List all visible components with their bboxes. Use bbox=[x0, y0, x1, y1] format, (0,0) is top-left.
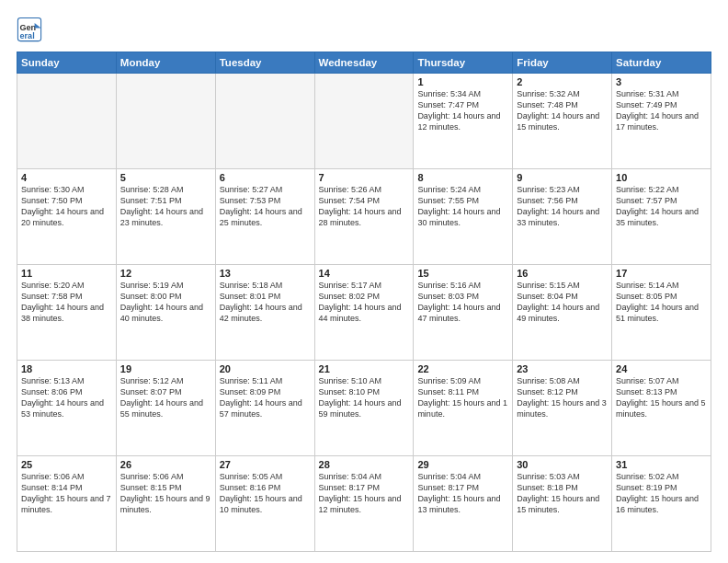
day-info: Sunrise: 5:28 AM Sunset: 7:51 PM Dayligh… bbox=[120, 184, 211, 229]
calendar-cell: 10Sunrise: 5:22 AM Sunset: 7:57 PM Dayli… bbox=[612, 169, 711, 265]
day-number: 12 bbox=[120, 268, 211, 279]
day-number: 4 bbox=[21, 172, 112, 183]
calendar-cell: 29Sunrise: 5:04 AM Sunset: 8:17 PM Dayli… bbox=[414, 456, 513, 552]
weekday-header: Friday bbox=[513, 52, 612, 74]
calendar-cell: 15Sunrise: 5:16 AM Sunset: 8:03 PM Dayli… bbox=[414, 265, 513, 361]
day-number: 14 bbox=[319, 268, 410, 279]
calendar-cell: 24Sunrise: 5:07 AM Sunset: 8:13 PM Dayli… bbox=[612, 361, 711, 456]
calendar-cell: 26Sunrise: 5:06 AM Sunset: 8:15 PM Dayli… bbox=[116, 456, 215, 552]
day-number: 17 bbox=[616, 268, 707, 279]
day-number: 7 bbox=[319, 172, 410, 183]
weekday-header: Monday bbox=[116, 52, 215, 74]
calendar-cell: 9Sunrise: 5:23 AM Sunset: 7:56 PM Daylig… bbox=[513, 169, 612, 265]
calendar-cell: 28Sunrise: 5:04 AM Sunset: 8:17 PM Dayli… bbox=[314, 456, 414, 552]
day-number: 16 bbox=[517, 268, 608, 279]
calendar-cell bbox=[17, 74, 117, 169]
day-info: Sunrise: 5:04 AM Sunset: 8:17 PM Dayligh… bbox=[417, 471, 508, 516]
day-number: 18 bbox=[21, 363, 112, 374]
day-number: 3 bbox=[616, 76, 707, 87]
day-info: Sunrise: 5:27 AM Sunset: 7:53 PM Dayligh… bbox=[220, 184, 311, 229]
calendar-cell: 25Sunrise: 5:06 AM Sunset: 8:14 PM Dayli… bbox=[17, 456, 117, 552]
day-info: Sunrise: 5:19 AM Sunset: 8:00 PM Dayligh… bbox=[120, 280, 211, 325]
day-info: Sunrise: 5:16 AM Sunset: 8:03 PM Dayligh… bbox=[417, 280, 508, 325]
calendar-cell: 6Sunrise: 5:27 AM Sunset: 7:53 PM Daylig… bbox=[215, 169, 314, 265]
day-info: Sunrise: 5:23 AM Sunset: 7:56 PM Dayligh… bbox=[517, 184, 608, 229]
header: Gen eral bbox=[17, 17, 711, 42]
calendar-cell: 20Sunrise: 5:11 AM Sunset: 8:09 PM Dayli… bbox=[215, 361, 314, 456]
day-info: Sunrise: 5:30 AM Sunset: 7:50 PM Dayligh… bbox=[21, 184, 112, 229]
day-info: Sunrise: 5:17 AM Sunset: 8:02 PM Dayligh… bbox=[319, 280, 410, 325]
day-number: 27 bbox=[220, 459, 311, 470]
day-number: 29 bbox=[417, 459, 508, 470]
day-number: 21 bbox=[319, 363, 410, 374]
calendar-cell: 3Sunrise: 5:31 AM Sunset: 7:49 PM Daylig… bbox=[612, 74, 711, 169]
calendar-cell: 27Sunrise: 5:05 AM Sunset: 8:16 PM Dayli… bbox=[215, 456, 314, 552]
calendar-cell: 31Sunrise: 5:02 AM Sunset: 8:19 PM Dayli… bbox=[612, 456, 711, 552]
day-info: Sunrise: 5:07 AM Sunset: 8:13 PM Dayligh… bbox=[616, 375, 707, 420]
day-number: 19 bbox=[120, 363, 211, 374]
day-info: Sunrise: 5:22 AM Sunset: 7:57 PM Dayligh… bbox=[616, 184, 707, 229]
day-number: 6 bbox=[220, 172, 311, 183]
day-info: Sunrise: 5:20 AM Sunset: 7:58 PM Dayligh… bbox=[21, 280, 112, 325]
calendar-cell: 1Sunrise: 5:34 AM Sunset: 7:47 PM Daylig… bbox=[414, 74, 513, 169]
day-info: Sunrise: 5:03 AM Sunset: 8:18 PM Dayligh… bbox=[517, 471, 608, 516]
day-number: 2 bbox=[517, 76, 608, 87]
calendar-cell: 4Sunrise: 5:30 AM Sunset: 7:50 PM Daylig… bbox=[17, 169, 117, 265]
weekday-header: Thursday bbox=[414, 52, 513, 74]
day-info: Sunrise: 5:18 AM Sunset: 8:01 PM Dayligh… bbox=[220, 280, 311, 325]
day-number: 24 bbox=[616, 363, 707, 374]
day-number: 22 bbox=[417, 363, 508, 374]
day-number: 1 bbox=[417, 76, 508, 87]
calendar-cell bbox=[215, 74, 314, 169]
calendar-cell: 8Sunrise: 5:24 AM Sunset: 7:55 PM Daylig… bbox=[414, 169, 513, 265]
calendar-cell: 11Sunrise: 5:20 AM Sunset: 7:58 PM Dayli… bbox=[17, 265, 117, 361]
calendar-cell: 7Sunrise: 5:26 AM Sunset: 7:54 PM Daylig… bbox=[314, 169, 414, 265]
weekday-header: Wednesday bbox=[314, 52, 414, 74]
day-info: Sunrise: 5:12 AM Sunset: 8:07 PM Dayligh… bbox=[120, 375, 211, 420]
day-number: 13 bbox=[220, 268, 311, 279]
day-info: Sunrise: 5:11 AM Sunset: 8:09 PM Dayligh… bbox=[220, 375, 311, 420]
weekday-header: Sunday bbox=[17, 52, 117, 74]
day-info: Sunrise: 5:06 AM Sunset: 8:15 PM Dayligh… bbox=[120, 471, 211, 516]
weekday-header: Saturday bbox=[612, 52, 711, 74]
calendar-cell: 22Sunrise: 5:09 AM Sunset: 8:11 PM Dayli… bbox=[414, 361, 513, 456]
day-info: Sunrise: 5:32 AM Sunset: 7:48 PM Dayligh… bbox=[517, 88, 608, 133]
day-number: 30 bbox=[517, 459, 608, 470]
calendar-cell: 21Sunrise: 5:10 AM Sunset: 8:10 PM Dayli… bbox=[314, 361, 414, 456]
calendar-table: SundayMondayTuesdayWednesdayThursdayFrid… bbox=[17, 52, 711, 552]
day-number: 5 bbox=[120, 172, 211, 183]
day-info: Sunrise: 5:09 AM Sunset: 8:11 PM Dayligh… bbox=[417, 375, 508, 420]
svg-text:eral: eral bbox=[20, 31, 35, 40]
day-number: 15 bbox=[417, 268, 508, 279]
calendar-cell: 23Sunrise: 5:08 AM Sunset: 8:12 PM Dayli… bbox=[513, 361, 612, 456]
logo: Gen eral bbox=[17, 17, 46, 42]
day-number: 25 bbox=[21, 459, 112, 470]
day-info: Sunrise: 5:08 AM Sunset: 8:12 PM Dayligh… bbox=[517, 375, 608, 420]
day-number: 26 bbox=[120, 459, 211, 470]
day-number: 20 bbox=[220, 363, 311, 374]
day-info: Sunrise: 5:05 AM Sunset: 8:16 PM Dayligh… bbox=[220, 471, 311, 516]
day-info: Sunrise: 5:26 AM Sunset: 7:54 PM Dayligh… bbox=[319, 184, 410, 229]
day-info: Sunrise: 5:13 AM Sunset: 8:06 PM Dayligh… bbox=[21, 375, 112, 420]
day-number: 23 bbox=[517, 363, 608, 374]
day-info: Sunrise: 5:02 AM Sunset: 8:19 PM Dayligh… bbox=[616, 471, 707, 516]
calendar-cell bbox=[314, 74, 414, 169]
calendar-cell bbox=[116, 74, 215, 169]
calendar-cell: 17Sunrise: 5:14 AM Sunset: 8:05 PM Dayli… bbox=[612, 265, 711, 361]
day-number: 28 bbox=[319, 459, 410, 470]
day-number: 9 bbox=[517, 172, 608, 183]
day-info: Sunrise: 5:14 AM Sunset: 8:05 PM Dayligh… bbox=[616, 280, 707, 325]
logo-icon: Gen eral bbox=[17, 17, 42, 42]
day-info: Sunrise: 5:34 AM Sunset: 7:47 PM Dayligh… bbox=[417, 88, 508, 133]
calendar-cell: 18Sunrise: 5:13 AM Sunset: 8:06 PM Dayli… bbox=[17, 361, 117, 456]
calendar-cell: 14Sunrise: 5:17 AM Sunset: 8:02 PM Dayli… bbox=[314, 265, 414, 361]
calendar-cell: 12Sunrise: 5:19 AM Sunset: 8:00 PM Dayli… bbox=[116, 265, 215, 361]
day-info: Sunrise: 5:10 AM Sunset: 8:10 PM Dayligh… bbox=[319, 375, 410, 420]
calendar-cell: 16Sunrise: 5:15 AM Sunset: 8:04 PM Dayli… bbox=[513, 265, 612, 361]
calendar-cell: 13Sunrise: 5:18 AM Sunset: 8:01 PM Dayli… bbox=[215, 265, 314, 361]
day-number: 31 bbox=[616, 459, 707, 470]
day-number: 10 bbox=[616, 172, 707, 183]
weekday-header: Tuesday bbox=[215, 52, 314, 74]
calendar-cell: 5Sunrise: 5:28 AM Sunset: 7:51 PM Daylig… bbox=[116, 169, 215, 265]
day-info: Sunrise: 5:31 AM Sunset: 7:49 PM Dayligh… bbox=[616, 88, 707, 133]
